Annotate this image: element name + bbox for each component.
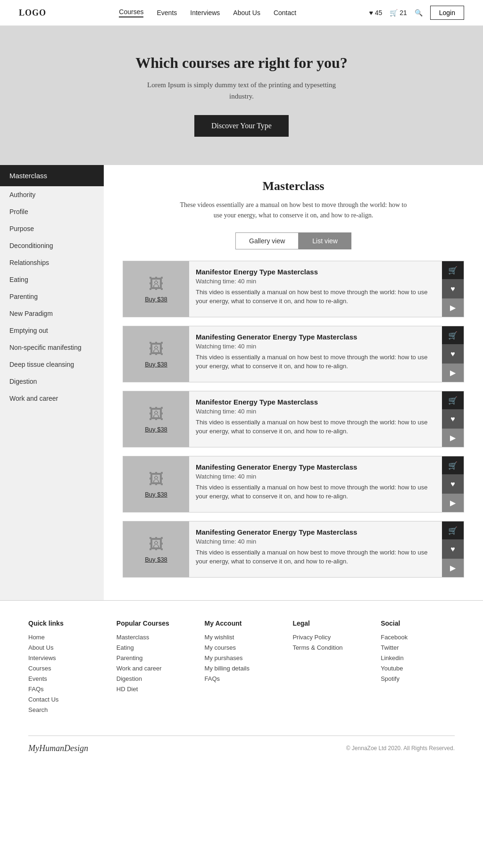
- nav-right: ♥ 45 🛒 21 🔍 Login: [369, 6, 464, 20]
- footer-account-billing[interactable]: My billing details: [205, 665, 279, 672]
- sidebar-item-digestion[interactable]: Digestion: [0, 373, 104, 390]
- add-to-cart-button-2[interactable]: 🛒: [442, 326, 464, 345]
- card-thumbnail-4: 🖼 Buy $38: [123, 456, 189, 512]
- main-container: Masterclass Authority Profile Purpose De…: [0, 165, 483, 600]
- footer-linkedin[interactable]: Linkedin: [381, 654, 455, 661]
- footer-brand: MyHumanDesign: [28, 744, 88, 753]
- footer-course-digestion[interactable]: Digestion: [117, 675, 191, 682]
- add-to-cart-button-4[interactable]: 🛒: [442, 456, 464, 475]
- play-button-1[interactable]: ▶: [442, 298, 464, 317]
- footer-my-account-heading: My Account: [205, 620, 279, 627]
- discover-type-button[interactable]: Discover Your Type: [194, 115, 289, 137]
- wishlist-button-3[interactable]: ♥: [442, 409, 464, 428]
- footer-link-about[interactable]: About Us: [28, 644, 102, 651]
- nav-link-courses[interactable]: Courses: [119, 8, 143, 17]
- nav-link-events[interactable]: Events: [157, 9, 177, 17]
- sidebar-item-emptying-out[interactable]: Emptying out: [0, 322, 104, 339]
- buy-label-1[interactable]: Buy $38: [145, 296, 167, 303]
- nav-link-interviews[interactable]: Interviews: [190, 9, 220, 17]
- footer-my-account: My Account My wishlist My courses My pur…: [205, 620, 279, 717]
- image-placeholder-icon: 🖼: [149, 275, 164, 293]
- card-title-1: Manifestor Energy Type Masterclass: [196, 268, 435, 276]
- footer-link-contact[interactable]: Contact Us: [28, 696, 102, 703]
- sidebar-item-relationships[interactable]: Relationships: [0, 254, 104, 271]
- footer-spotify[interactable]: Spotify: [381, 675, 455, 682]
- sidebar-item-profile[interactable]: Profile: [0, 203, 104, 220]
- card-thumbnail-3: 🖼 Buy $38: [123, 391, 189, 447]
- footer-link-courses[interactable]: Courses: [28, 665, 102, 672]
- footer-course-eating[interactable]: Eating: [117, 644, 191, 651]
- play-button-5[interactable]: ▶: [442, 558, 464, 577]
- wishlist-button-2[interactable]: ♥: [442, 344, 464, 363]
- buy-label-5[interactable]: Buy $38: [145, 556, 167, 563]
- footer-account-wishlist[interactable]: My wishlist: [205, 634, 279, 641]
- nav-links: Courses Events Interviews About Us Conta…: [119, 8, 296, 17]
- sidebar-item-new-paradigm[interactable]: New Paradigm: [0, 305, 104, 322]
- sidebar-item-eating[interactable]: Eating: [0, 271, 104, 288]
- add-to-cart-button-5[interactable]: 🛒: [442, 521, 464, 540]
- footer-course-masterclass[interactable]: Masterclass: [117, 634, 191, 641]
- footer-quick-links-heading: Quick links: [28, 620, 102, 627]
- footer-link-events[interactable]: Events: [28, 675, 102, 682]
- nav-link-about[interactable]: About Us: [233, 9, 260, 17]
- play-button-2[interactable]: ▶: [442, 363, 464, 382]
- login-button[interactable]: Login: [430, 6, 464, 20]
- add-to-cart-button-3[interactable]: 🛒: [442, 391, 464, 410]
- footer-youtube[interactable]: Youtube: [381, 665, 455, 672]
- wishlist-icon[interactable]: ♥ 45: [369, 9, 382, 17]
- footer-privacy-policy[interactable]: Privacy Policy: [292, 634, 366, 641]
- buy-label-2[interactable]: Buy $38: [145, 361, 167, 368]
- card-time-5: Watching time: 40 min: [196, 538, 435, 545]
- card-desc-2: This video is essentially a manual on ho…: [196, 353, 435, 371]
- add-to-cart-button-1[interactable]: 🛒: [442, 261, 464, 280]
- card-time-4: Watching time: 40 min: [196, 473, 435, 480]
- sidebar-item-purpose[interactable]: Purpose: [0, 220, 104, 237]
- cart-icon[interactable]: 🛒 21: [390, 9, 407, 17]
- footer-course-hd-diet[interactable]: HD Diet: [117, 686, 191, 693]
- card-time-3: Watching time: 40 min: [196, 408, 435, 415]
- sidebar-item-parenting[interactable]: Parenting: [0, 288, 104, 305]
- sidebar-item-deep-tissue-cleansing[interactable]: Deep tissue cleansing: [0, 356, 104, 373]
- card-desc-4: This video is essentially a manual on ho…: [196, 483, 435, 501]
- sidebar-item-masterclass[interactable]: Masterclass: [0, 165, 104, 186]
- footer-legal-heading: Legal: [292, 620, 366, 627]
- wishlist-button-5[interactable]: ♥: [442, 539, 464, 558]
- footer-legal: Legal Privacy Policy Terms & Condition: [292, 620, 366, 717]
- content-description: These videos essentially are a manual on…: [175, 200, 411, 221]
- footer-facebook[interactable]: Facebook: [381, 634, 455, 641]
- list-view-button[interactable]: List view: [299, 232, 351, 249]
- footer-terms[interactable]: Terms & Condition: [292, 644, 366, 651]
- gallery-view-button[interactable]: Gallery view: [235, 232, 299, 249]
- sidebar-item-work-and-career[interactable]: Work and career: [0, 390, 104, 407]
- sidebar-item-authority[interactable]: Authority: [0, 186, 104, 203]
- card-time-1: Watching time: 40 min: [196, 278, 435, 285]
- card-actions-2: 🛒 ♥ ▶: [442, 326, 464, 382]
- search-icon[interactable]: 🔍: [415, 9, 423, 17]
- card-thumbnail-5: 🖼 Buy $38: [123, 521, 189, 577]
- buy-label-3[interactable]: Buy $38: [145, 426, 167, 433]
- buy-label-4[interactable]: Buy $38: [145, 491, 167, 498]
- card-time-2: Watching time: 40 min: [196, 343, 435, 350]
- footer-account-faqs[interactable]: FAQs: [205, 675, 279, 682]
- footer-link-search[interactable]: Search: [28, 706, 102, 713]
- card-actions-4: 🛒 ♥ ▶: [442, 456, 464, 512]
- play-button-4[interactable]: ▶: [442, 493, 464, 512]
- footer-link-home[interactable]: Home: [28, 634, 102, 641]
- footer-link-faqs[interactable]: FAQs: [28, 686, 102, 693]
- footer-link-interviews[interactable]: Interviews: [28, 654, 102, 661]
- card-title-4: Manifesting Generator Energy Type Master…: [196, 463, 435, 471]
- footer-twitter[interactable]: Twitter: [381, 644, 455, 651]
- footer-account-purchases[interactable]: My purshases: [205, 654, 279, 661]
- sidebar-item-non-specific-manifesting[interactable]: Non-specific manifesting: [0, 339, 104, 356]
- sidebar-item-deconditioning[interactable]: Deconditioning: [0, 237, 104, 254]
- footer-account-courses[interactable]: My courses: [205, 644, 279, 651]
- wishlist-button-1[interactable]: ♥: [442, 279, 464, 298]
- course-list: 🖼 Buy $38 Manifestor Energy Type Masterc…: [123, 261, 464, 578]
- hero-description: Lorem Ipsum is simply dummy text of the …: [147, 79, 336, 102]
- card-desc-3: This video is essentially a manual on ho…: [196, 418, 435, 436]
- wishlist-button-4[interactable]: ♥: [442, 474, 464, 493]
- nav-link-contact[interactable]: Contact: [274, 9, 296, 17]
- footer-course-parenting[interactable]: Parenting: [117, 654, 191, 661]
- play-button-3[interactable]: ▶: [442, 428, 464, 447]
- footer-course-work[interactable]: Work and career: [117, 665, 191, 672]
